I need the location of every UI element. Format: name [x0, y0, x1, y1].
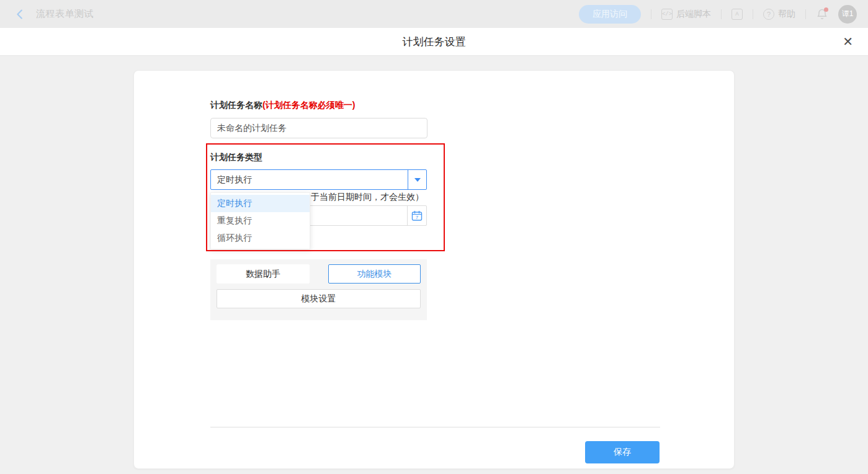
date-hint-text: 于当前日期时间，才会生效） — [311, 192, 424, 203]
help-label: 帮助 — [778, 9, 795, 20]
task-type-dropdown: 定时执行 重复执行 循环执行 — [210, 192, 310, 249]
language-icon: A — [732, 9, 743, 20]
help-icon: ? — [763, 9, 774, 20]
task-type-select-value: 定时执行 — [211, 170, 408, 189]
calendar-icon: 7 — [411, 210, 423, 221]
task-name-label: 计划任务名称(计划任务名称必须唯一) — [210, 100, 355, 111]
task-name-input[interactable] — [210, 118, 427, 138]
data-assistant-button[interactable]: 数据助手 — [217, 264, 310, 284]
modal-body: 计划任务名称(计划任务名称必须唯一) 计划任务类型 定时执行 于当前日期时间，才… — [0, 56, 868, 474]
backend-script-label: 后端脚本 — [676, 9, 711, 20]
divider — [753, 9, 753, 19]
help-button[interactable]: ? 帮助 — [763, 9, 795, 20]
code-icon: </> — [661, 9, 673, 20]
footer-divider — [210, 427, 660, 427]
save-button[interactable]: 保存 — [585, 441, 660, 463]
page-title: 流程表单测试 — [36, 8, 94, 20]
divider — [805, 9, 806, 19]
task-type-select[interactable]: 定时执行 — [210, 169, 427, 190]
modal-header: 计划任务设置 ✕ — [0, 28, 868, 56]
notification-bell-icon[interactable] — [816, 8, 828, 20]
topbar: 流程表单测试 应用访问 </> 后端脚本 A ? 帮助 谭1 — [0, 0, 868, 28]
svg-text:7: 7 — [416, 215, 419, 220]
module-settings-button[interactable]: 模块设置 — [217, 289, 421, 308]
task-type-label: 计划任务类型 — [210, 152, 262, 163]
dropdown-option-repeat[interactable]: 重复执行 — [211, 212, 310, 230]
function-module-button[interactable]: 功能模块 — [328, 264, 421, 284]
dropdown-option-timed[interactable]: 定时执行 — [211, 195, 310, 212]
task-name-required-hint: (计划任务名称必须唯一) — [262, 100, 355, 110]
notification-dot — [824, 7, 828, 12]
language-button[interactable]: A — [732, 9, 743, 20]
avatar[interactable]: 谭1 — [838, 5, 857, 24]
divider — [651, 9, 651, 19]
modal-title: 计划任务设置 — [403, 35, 466, 49]
close-icon[interactable]: ✕ — [843, 34, 853, 49]
dropdown-option-loop[interactable]: 循环执行 — [211, 230, 310, 247]
back-chevron-icon[interactable] — [14, 7, 27, 21]
divider — [721, 9, 722, 19]
calendar-button[interactable]: 7 — [407, 206, 426, 225]
app-access-button[interactable]: 应用访问 — [579, 5, 641, 24]
settings-card: 计划任务名称(计划任务名称必须唯一) 计划任务类型 定时执行 于当前日期时间，才… — [133, 70, 735, 469]
chevron-down-icon — [414, 178, 421, 182]
select-arrow-button[interactable] — [408, 170, 426, 189]
backend-script-button[interactable]: </> 后端脚本 — [661, 9, 711, 20]
